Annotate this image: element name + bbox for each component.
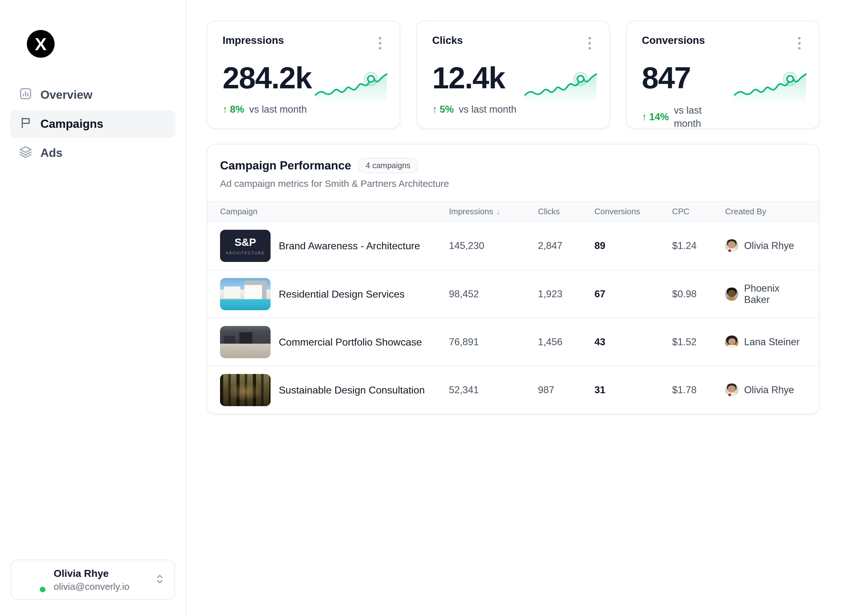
stat-cards-row: Impressions 284.2k ↑ 8% vs last month (207, 21, 820, 129)
conversions-value: 43 (594, 336, 672, 348)
cpc-value: $1.24 (672, 240, 725, 252)
campaign-thumbnail-gallery-interior (220, 326, 270, 358)
column-header-created-by[interactable]: Created By (725, 207, 806, 217)
clicks-value: 1,923 (538, 289, 594, 300)
sparkline-chart (734, 63, 807, 104)
clicks-value: 2,847 (538, 240, 594, 252)
campaign-name: Brand Awareness - Architecture (279, 240, 420, 252)
main-content: Impressions 284.2k ↑ 8% vs last month (186, 0, 841, 616)
trend-up-icon: ↑ (642, 111, 647, 123)
created-by-name: Phoenix Baker (744, 283, 806, 305)
stat-card-clicks: Clicks 12.4k ↑ 5% vs last month (416, 21, 610, 129)
clicks-value: 987 (538, 384, 594, 396)
delta-percent: 14% (649, 111, 669, 123)
user-menu[interactable]: Olivia Rhye olivia@converly.io (11, 560, 175, 600)
trend-up-icon: ↑ (223, 104, 227, 115)
stat-delta: ↑ 14% vs last month (642, 104, 743, 131)
conversions-value: 67 (594, 289, 672, 300)
conversions-value: 89 (594, 240, 672, 252)
table-row[interactable]: S&P ARCHITECTURE Brand Awareness - Archi… (207, 222, 819, 270)
kebab-menu-icon[interactable] (795, 34, 804, 52)
created-by-name: Olivia Rhye (744, 384, 794, 396)
table-row[interactable]: Residential Design Services 98,452 1,923… (207, 270, 819, 318)
cpc-value: $1.78 (672, 384, 725, 396)
table-row[interactable]: Commercial Portfolio Showcase 76,891 1,4… (207, 318, 819, 366)
sidebar-item-label: Overview (40, 88, 92, 102)
user-email: olivia@converly.io (54, 581, 146, 592)
sidebar-nav: Overview Campaigns Ads (0, 81, 186, 167)
kebab-menu-icon[interactable] (585, 34, 594, 52)
campaign-name: Commercial Portfolio Showcase (279, 336, 422, 348)
app-logo: X (27, 30, 54, 58)
campaign-name: Residential Design Services (279, 289, 404, 300)
sidebar-item-label: Campaigns (40, 117, 103, 131)
delta-percent: 5% (440, 104, 454, 115)
stat-title: Clicks (432, 34, 463, 46)
table-header: Campaign Impressions ↓ Clicks Conversion… (207, 201, 819, 222)
column-header-clicks[interactable]: Clicks (538, 207, 594, 217)
sort-desc-icon: ↓ (496, 207, 500, 217)
layers-icon (19, 145, 32, 161)
online-status-dot (38, 585, 47, 594)
avatar (725, 383, 738, 397)
chevrons-up-down-icon (153, 573, 166, 587)
sidebar: X Overview Campaigns Ads Olivia Rh (0, 0, 186, 616)
campaign-count-badge: 4 campaigns (358, 158, 418, 173)
stat-card-conversions: Conversions 847 ↑ 14% vs last month (626, 21, 819, 129)
sidebar-item-campaigns[interactable]: Campaigns (10, 110, 176, 138)
delta-percent: 8% (230, 104, 244, 115)
stat-title: Conversions (642, 34, 705, 46)
bar-chart-icon (19, 87, 32, 103)
campaign-thumbnail-sp-architecture: S&P ARCHITECTURE (220, 230, 270, 262)
flag-icon (19, 116, 32, 132)
column-header-cpc[interactable]: CPC (672, 207, 725, 217)
sparkline-chart (314, 63, 387, 104)
impressions-value: 76,891 (449, 336, 538, 348)
trend-up-icon: ↑ (432, 104, 437, 115)
cpc-value: $1.52 (672, 336, 725, 348)
campaign-thumbnail-modern-house (220, 278, 270, 310)
user-name: Olivia Rhye (54, 568, 146, 579)
impressions-value: 145,230 (449, 240, 538, 252)
user-avatar-wrap (19, 566, 46, 593)
panel-title: Campaign Performance (220, 159, 351, 172)
stat-card-impressions: Impressions 284.2k ↑ 8% vs last month (207, 21, 400, 129)
stat-delta: ↑ 5% vs last month (432, 104, 533, 115)
campaign-thumbnail-forest (220, 374, 270, 406)
created-by-name: Olivia Rhye (744, 240, 794, 252)
column-header-conversions[interactable]: Conversions (594, 207, 672, 217)
created-by-name: Lana Steiner (744, 336, 800, 348)
sidebar-item-ads[interactable]: Ads (10, 139, 176, 167)
avatar (725, 239, 738, 252)
impressions-value: 98,452 (449, 289, 538, 300)
delta-compare-label: vs last month (459, 104, 517, 115)
campaign-name: Sustainable Design Consultation (279, 384, 425, 396)
avatar (725, 336, 738, 349)
table-row[interactable]: Sustainable Design Consultation 52,341 9… (207, 366, 819, 414)
sparkline-chart (524, 63, 597, 104)
app-logo-letter: X (35, 34, 46, 54)
column-header-impressions[interactable]: Impressions ↓ (449, 207, 538, 217)
column-header-campaign[interactable]: Campaign (220, 207, 449, 217)
user-meta: Olivia Rhye olivia@converly.io (54, 568, 146, 592)
sidebar-item-label: Ads (40, 147, 63, 160)
stat-title: Impressions (223, 34, 284, 46)
clicks-value: 1,456 (538, 336, 594, 348)
cpc-value: $0.98 (672, 289, 725, 300)
sidebar-item-overview[interactable]: Overview (10, 81, 176, 109)
delta-compare-label: vs last month (249, 104, 307, 115)
avatar (725, 287, 738, 301)
delta-compare-label: vs last month (674, 104, 721, 131)
stat-delta: ↑ 8% vs last month (223, 104, 324, 115)
panel-subtitle: Ad campaign metrics for Smith & Partners… (220, 178, 806, 189)
campaign-performance-panel: Campaign Performance 4 campaigns Ad camp… (207, 144, 819, 414)
conversions-value: 31 (594, 384, 672, 396)
impressions-value: 52,341 (449, 384, 538, 396)
kebab-menu-icon[interactable] (376, 34, 385, 52)
